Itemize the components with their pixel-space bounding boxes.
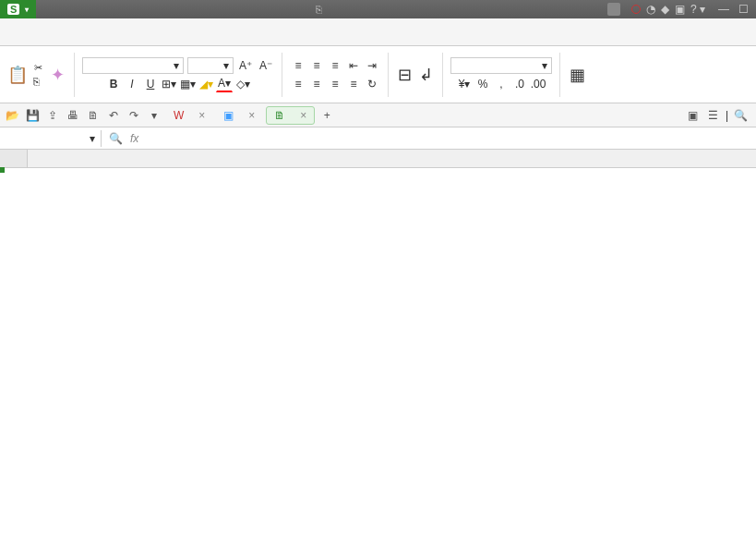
cell-style-button[interactable]: ▦▾ [179, 76, 196, 92]
name-box[interactable]: ▾ [0, 130, 102, 147]
menu-bar [0, 18, 756, 46]
tab-cloud-docs[interactable]: ▣ × [216, 107, 262, 124]
underline-button[interactable]: U [142, 76, 159, 92]
close-icon[interactable]: × [198, 109, 205, 122]
format-brush-button[interactable]: ✦ [49, 63, 66, 87]
number-format-select[interactable]: ▾ [450, 57, 552, 74]
print-icon[interactable]: 🖶 [65, 107, 81, 124]
close-icon[interactable]: × [300, 109, 306, 122]
copy-button[interactable]: ⎘ [33, 76, 42, 87]
add-tab-button[interactable]: + [318, 107, 335, 124]
font-size-select[interactable]: ▾ [187, 57, 234, 74]
merge-center-button[interactable]: ⊟ [396, 63, 414, 87]
conditional-format-button[interactable]: ▦ [568, 63, 587, 87]
clipboard-icon: 📋 [7, 65, 28, 85]
chevron-down-icon: ▾ [542, 59, 547, 72]
avatar[interactable] [607, 3, 620, 16]
column-header-row [0, 150, 756, 168]
select-all-corner[interactable] [0, 150, 28, 167]
merge-icon: ⊟ [398, 65, 412, 85]
scissors-icon: ✂ [34, 62, 42, 74]
chevron-down-icon: ▾ [174, 59, 179, 72]
export-icon[interactable]: ⇪ [44, 107, 61, 124]
bold-button[interactable]: B [105, 76, 122, 92]
wps-logo-icon: W [174, 109, 184, 122]
app-badge[interactable]: S ▾ [0, 0, 36, 18]
increase-decimal-button[interactable]: .0 [511, 76, 528, 92]
list-icon[interactable]: ☰ [705, 107, 722, 124]
formula-input[interactable] [146, 132, 749, 145]
tab-document[interactable]: 🗎 × [266, 106, 315, 125]
search-icon[interactable]: 🔍 [732, 107, 749, 124]
share-icon[interactable]: ◆ [661, 3, 669, 16]
currency-button[interactable]: ¥▾ [456, 76, 473, 92]
title-bar: S ▾ ⎘ ◔ ◆ ▣ ? ▾ — ☐ [0, 0, 756, 18]
align-left-button[interactable]: ≡ [290, 76, 306, 92]
decrease-decimal-button[interactable]: .00 [530, 76, 546, 92]
separator [74, 53, 75, 97]
ribbon: 📋 ✂ ⎘ ✦ ▾ ▾ A⁺ A⁻ B I U ⊞▾ ▦▾ ◢▾ A▾ ◇▾ [0, 46, 756, 103]
clear-format-button[interactable]: ◇▾ [234, 76, 251, 92]
increase-font-button[interactable]: A⁺ [237, 57, 254, 74]
orientation-button[interactable]: ↻ [364, 76, 380, 92]
align-middle-button[interactable]: ≡ [308, 57, 325, 74]
separator [442, 53, 443, 97]
paste-button[interactable]: 📋 [6, 63, 30, 87]
quick-doc-bar: 📂 💾 ⇪ 🖶 🗎 ↶ ↷ ▾ W × ▣ × 🗎 × + ▣ ☰ | 🔍 [0, 103, 756, 127]
copy-icon: ⎘ [33, 76, 40, 87]
brush-icon: ✦ [51, 65, 65, 85]
open-icon[interactable]: 📂 [4, 107, 20, 124]
wrap-text-button[interactable]: ↲ [417, 63, 435, 87]
print-preview-icon[interactable]: 🗎 [85, 107, 102, 124]
notification-icon[interactable] [631, 5, 641, 14]
indent-increase-button[interactable]: ⇥ [364, 57, 380, 74]
app-logo-icon: S [7, 4, 19, 15]
italic-button[interactable]: I [124, 76, 140, 92]
align-top-button[interactable]: ≡ [290, 57, 306, 74]
sheet-icon: 🗎 [274, 109, 285, 122]
chevron-down-icon: ▾ [25, 6, 29, 14]
cut-button[interactable]: ✂ [34, 62, 44, 74]
chevron-down-icon: ▾ [223, 59, 229, 72]
search-divider: | [726, 109, 728, 122]
cube-icon: ▣ [223, 109, 234, 122]
formula-bar: ▾ 🔍 fx [0, 127, 756, 150]
indent-decrease-button[interactable]: ⇤ [345, 57, 362, 74]
align-bottom-button[interactable]: ≡ [327, 57, 343, 74]
cloud-icon[interactable]: ◔ [646, 3, 655, 16]
tab-my-wps[interactable]: W × [166, 107, 212, 124]
align-right-button[interactable]: ≡ [327, 76, 343, 92]
chevron-down-icon[interactable]: ▾ [146, 107, 162, 124]
fill-color-button[interactable]: ◢▾ [198, 76, 214, 92]
redo-icon[interactable]: ↷ [126, 107, 142, 124]
cond-format-icon: ▦ [570, 65, 585, 85]
user-area: ◔ ◆ ▣ ? ▾ [602, 3, 711, 16]
border-button[interactable]: ⊞▾ [161, 76, 177, 92]
separator [388, 53, 389, 97]
align-center-button[interactable]: ≡ [308, 76, 325, 92]
separator [559, 53, 560, 97]
minimize-button[interactable]: — [718, 3, 729, 16]
percent-button[interactable]: % [474, 76, 491, 92]
font-color-button[interactable]: A▾ [216, 76, 233, 92]
window-title: ⎘ [36, 4, 602, 15]
window-controls: — ☐ [711, 3, 756, 16]
selection-box [0, 168, 4, 172]
window-icon[interactable]: ▣ [685, 107, 702, 124]
comma-button[interactable]: , [493, 76, 510, 92]
separator [282, 53, 282, 97]
undo-icon[interactable]: ↶ [105, 107, 122, 124]
doc-title-icon: ⎘ [316, 4, 322, 15]
font-name-select[interactable]: ▾ [82, 57, 184, 74]
decrease-font-button[interactable]: A⁻ [258, 57, 274, 74]
zoom-icon[interactable]: 🔍 [109, 132, 123, 145]
maximize-button[interactable]: ☐ [738, 3, 749, 16]
fx-icon[interactable]: fx [130, 132, 138, 145]
settings-icon[interactable]: ▣ [675, 3, 685, 16]
help-icon[interactable]: ? ▾ [690, 3, 705, 16]
spreadsheet-grid[interactable] [0, 150, 756, 168]
close-icon[interactable]: × [248, 109, 255, 122]
align-justify-button[interactable]: ≡ [345, 76, 362, 92]
save-icon[interactable]: 💾 [24, 107, 41, 124]
chevron-down-icon: ▾ [90, 132, 95, 145]
